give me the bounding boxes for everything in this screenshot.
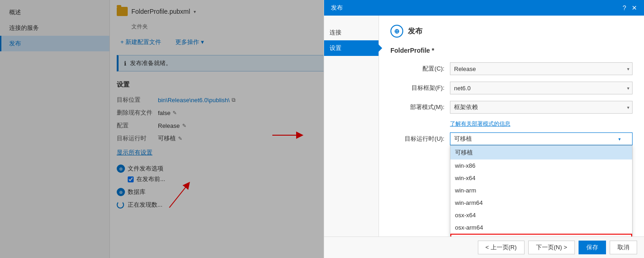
dropdown-item-win-arm64[interactable]: win-arm64 <box>450 197 632 209</box>
form-row-runtime: 目标运行时(U): 可移植 ▾ 可移植 win-x86 win-x64 win-… <box>390 132 633 145</box>
next-button[interactable]: 下一页(N) > <box>528 241 575 254</box>
form-label-config: 配置(C): <box>390 65 450 73</box>
config-dropdown-icon: ▾ <box>627 66 629 71</box>
runtime-input[interactable]: 可移植 ▾ <box>450 132 633 145</box>
runtime-dropdown-arrow: ▾ <box>618 137 621 142</box>
framework-dropdown-icon: ▾ <box>627 86 629 91</box>
dropdown-item-osx-x64[interactable]: osx-x64 <box>450 209 632 221</box>
config-value: Release <box>454 66 476 72</box>
modal-help-btn[interactable]: ? <box>622 4 626 11</box>
form-label-deploy: 部署模式(M): <box>390 103 450 111</box>
form-control-framework[interactable]: net6.0 ▾ <box>450 82 633 94</box>
dropdown-item-win-x86[interactable]: win-x86 <box>450 159 632 172</box>
form-control-deploy[interactable]: 框架依赖 ▾ <box>450 101 633 114</box>
deploy-value: 框架依赖 <box>454 103 478 111</box>
globe-icon: ⊕ <box>390 25 403 38</box>
deploy-info-link[interactable]: 了解有关部署模式的信息 <box>450 120 633 128</box>
deploy-dropdown-icon: ▾ <box>627 105 629 110</box>
publish-modal: 发布 ? ✕ 连接 设置 ⊕ 发布 FolderProfile * 配置(C):… <box>324 0 644 258</box>
dropdown-item-linux-x64[interactable]: linux-x64 <box>450 234 632 236</box>
modal-close-btn[interactable]: ✕ <box>632 4 637 11</box>
modal-body: 连接 设置 ⊕ 发布 FolderProfile * 配置(C): Releas… <box>324 16 644 236</box>
profile-title: FolderProfile * <box>390 47 633 54</box>
dropdown-item-win-arm[interactable]: win-arm <box>450 184 632 197</box>
framework-value: net6.0 <box>454 85 471 92</box>
modal-nav-settings[interactable]: 设置 <box>324 40 379 56</box>
form-control-config[interactable]: Release ▾ <box>450 62 633 75</box>
runtime-selected-value: 可移植 <box>454 135 472 143</box>
modal-content-area: ⊕ 发布 FolderProfile * 配置(C): Release ▾ 目标… <box>379 16 644 236</box>
modal-titlebar: 发布 ? ✕ <box>324 0 644 16</box>
prev-button[interactable]: < 上一页(R) <box>478 241 525 254</box>
close-button[interactable]: 取消 <box>610 241 637 254</box>
runtime-dropdown-container: 可移植 ▾ 可移植 win-x86 win-x64 win-arm win-ar… <box>450 132 633 145</box>
modal-footer: < 上一页(R) 下一页(N) > 保存 取消 <box>324 236 644 258</box>
form-label-runtime: 目标运行时(U): <box>390 132 450 143</box>
modal-title: 发布 <box>331 4 343 12</box>
form-label-framework: 目标框架(F): <box>390 84 450 92</box>
runtime-dropdown-list: 可移植 win-x86 win-x64 win-arm win-arm64 os… <box>450 145 633 236</box>
modal-controls: ? ✕ <box>622 4 637 11</box>
dropdown-item-osx-arm64[interactable]: osx-arm64 <box>450 221 632 234</box>
dropdown-item-win-x64[interactable]: win-x64 <box>450 172 632 184</box>
form-row-config: 配置(C): Release ▾ <box>390 62 633 75</box>
modal-section-title: ⊕ 发布 <box>390 25 633 38</box>
form-row-deploy: 部署模式(M): 框架依赖 ▾ <box>390 101 633 114</box>
dropdown-item-portable[interactable]: 可移植 <box>450 146 632 159</box>
save-button[interactable]: 保存 <box>579 241 606 254</box>
form-row-framework: 目标框架(F): net6.0 ▾ <box>390 82 633 94</box>
modal-nav-connection[interactable]: 连接 <box>324 25 379 40</box>
modal-nav: 连接 设置 <box>324 16 379 236</box>
modal-section-label: 发布 <box>408 27 422 36</box>
